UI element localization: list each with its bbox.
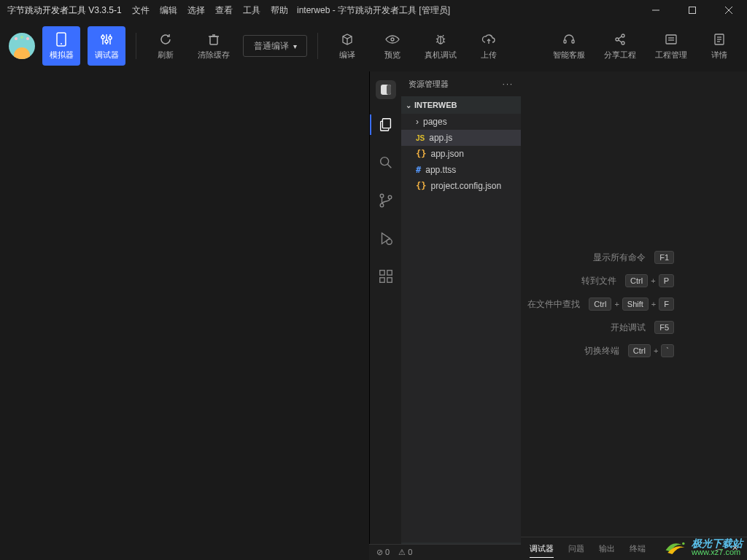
chevron-down-icon: ⌄: [406, 101, 411, 109]
phone-icon: [54, 32, 69, 47]
svg-rect-25: [564, 40, 566, 43]
trash-icon: [206, 32, 221, 47]
svg-rect-40: [387, 85, 391, 95]
svg-point-28: [622, 34, 624, 37]
svg-line-23: [444, 42, 445, 42]
svg-rect-12: [210, 36, 217, 44]
close-button[interactable]: [711, 0, 747, 20]
divider: [317, 33, 318, 59]
svg-point-53: [682, 542, 685, 545]
svg-point-44: [380, 194, 384, 198]
svg-point-42: [380, 158, 388, 166]
menu-edit[interactable]: 编辑: [160, 4, 177, 17]
svg-rect-50: [379, 278, 384, 282]
refresh-icon: [158, 32, 173, 47]
compile-button[interactable]: 编译: [328, 26, 366, 66]
json-icon: {}: [416, 181, 426, 191]
svg-line-21: [444, 39, 445, 39]
sliders-icon: [99, 32, 114, 47]
panel-tab-terminal[interactable]: 终端: [630, 540, 646, 557]
titlebar: 字节跳动开发者工具 V3.3.5-1 文件 编辑 选择 查看 工具 帮助 int…: [0, 0, 747, 20]
menu-view[interactable]: 查看: [215, 4, 233, 17]
svg-rect-41: [382, 119, 390, 128]
file-app-json[interactable]: {} app.json: [401, 146, 521, 162]
app-version: 字节跳动开发者工具 V3.3.5-1: [7, 4, 122, 17]
menu-select[interactable]: 选择: [187, 4, 205, 17]
folder-pages[interactable]: › pages: [401, 114, 521, 130]
error-count[interactable]: ⊘ 0: [376, 548, 390, 557]
clear-cache-button[interactable]: 清除缓存: [192, 26, 236, 66]
extensions-icon: [378, 268, 394, 284]
simulator-button[interactable]: 模拟器: [42, 26, 80, 66]
svg-line-30: [619, 36, 622, 39]
maximize-button[interactable]: [674, 0, 711, 20]
js-icon: JS: [416, 134, 425, 142]
svg-rect-52: [387, 271, 391, 275]
activity-search[interactable]: [370, 150, 402, 175]
menu-file[interactable]: 文件: [132, 4, 150, 17]
svg-line-22: [436, 42, 438, 42]
activity-debug[interactable]: [370, 226, 402, 251]
svg-point-5: [61, 43, 62, 44]
share-project-button[interactable]: 分享工程: [598, 26, 642, 66]
svg-line-31: [619, 40, 622, 42]
activity-top-tab[interactable]: [376, 80, 396, 99]
window-title: interweb - 字节跳动开发者工具 [管理员]: [297, 4, 450, 17]
file-app-ttss[interactable]: # app.ttss: [401, 162, 521, 178]
menu-help[interactable]: 帮助: [271, 4, 288, 17]
activity-explorer[interactable]: [370, 112, 402, 137]
svg-point-17: [391, 38, 394, 41]
headset-icon: [562, 32, 576, 47]
svg-point-45: [380, 203, 384, 207]
file-app-js[interactable]: JS app.js: [401, 130, 521, 146]
chevron-right-icon: ›: [416, 117, 419, 127]
smart-cs-button[interactable]: 智能客服: [547, 26, 591, 66]
cube-icon: [340, 32, 355, 47]
share-icon: [613, 32, 627, 47]
svg-point-46: [388, 195, 392, 199]
more-icon[interactable]: ···: [503, 79, 514, 88]
editor-area: 显示所有命令 F1 转到文件 Ctrl+P 在文件中查找 Ctrl+Shift+…: [521, 71, 747, 560]
compile-mode-dropdown[interactable]: 普通编译 ▾: [243, 35, 307, 57]
minimize-button[interactable]: [638, 0, 674, 20]
explorer-sidebar: 资源管理器 ··· ⌄ INTERWEB › pages JS app.js {…: [401, 71, 521, 560]
menu-tools[interactable]: 工具: [243, 4, 260, 17]
activity-scm[interactable]: [370, 188, 402, 213]
welcome-hints: 显示所有命令 F1 转到文件 Ctrl+P 在文件中查找 Ctrl+Shift+…: [521, 71, 747, 537]
json-icon: {}: [416, 149, 426, 159]
bug-icon: [433, 32, 448, 47]
divider: [136, 33, 136, 59]
project-manage-button[interactable]: 工程管理: [649, 26, 693, 66]
branch-icon: [378, 192, 394, 209]
hint-goto-file: 转到文件: [581, 275, 616, 287]
simulator-panel: ⊘ 0 ⚠ 0: [0, 71, 369, 560]
svg-point-27: [616, 38, 619, 41]
sidebar-header: 资源管理器 ···: [401, 71, 521, 96]
warning-count[interactable]: ⚠ 0: [398, 548, 412, 557]
svg-rect-49: [379, 271, 384, 275]
upload-button[interactable]: 上传: [470, 26, 508, 66]
svg-point-29: [622, 42, 624, 44]
watermark-logo-icon: [662, 537, 689, 557]
refresh-button[interactable]: 刷新: [147, 26, 185, 66]
statusbar: ⊘ 0 ⚠ 0: [369, 544, 521, 560]
remote-debug-button[interactable]: 真机调试: [419, 26, 462, 66]
details-button[interactable]: 详情: [700, 26, 738, 66]
avatar[interactable]: [9, 33, 35, 59]
main-area: ⊘ 0 ⚠ 0 资源管理器 ··· ⌄ INTERWEB: [0, 71, 747, 560]
panel-tab-problems[interactable]: 问题: [568, 540, 584, 557]
svg-line-43: [387, 164, 391, 168]
files-icon: [378, 117, 394, 133]
project-root[interactable]: ⌄ INTERWEB: [401, 96, 521, 114]
hint-show-commands: 显示所有命令: [593, 252, 646, 264]
activity-extensions[interactable]: [370, 264, 402, 289]
cloud-upload-icon: [481, 32, 496, 47]
debugger-button[interactable]: 调试器: [88, 26, 125, 66]
file-project-config[interactable]: {} project.config.json: [401, 178, 521, 194]
panel-tab-debugger[interactable]: 调试器: [530, 540, 554, 558]
preview-button[interactable]: 预览: [374, 26, 411, 66]
watermark: 极光下载站 www.xz7.com: [662, 537, 743, 557]
svg-rect-1: [689, 7, 696, 14]
hint-start-debug: 开始调试: [611, 322, 646, 334]
panel-tab-output[interactable]: 输出: [599, 540, 615, 557]
